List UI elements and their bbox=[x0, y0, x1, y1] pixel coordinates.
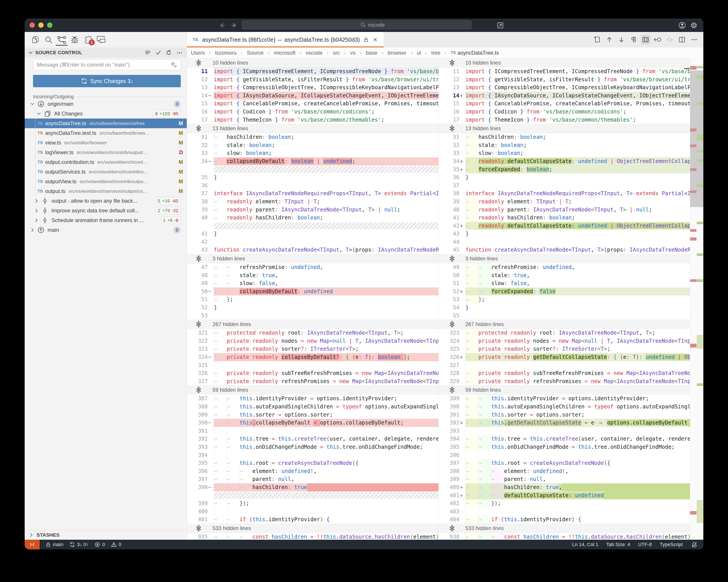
code-line-40[interactable]: 40→ readonly·parent:·IAsyncDataTreeNode<… bbox=[439, 206, 690, 214]
code-line-17[interactable]: 17import·{·ThemeIcon·}·from·'vs/base/com… bbox=[187, 116, 438, 124]
code-line-394[interactable]: 394→ → this.tree·=·this.createTree(user,… bbox=[439, 435, 690, 443]
sparkle-icon[interactable] bbox=[169, 60, 178, 69]
code-line-42[interactable]: 42+→ readonly·defaultCollapseState:·unde… bbox=[439, 222, 690, 230]
statusbar-item[interactable]: 3↓ 0↑ bbox=[69, 541, 89, 548]
code-line-34[interactable]: 34+→ readonly·defaultCollapseState:·unde… bbox=[439, 157, 690, 166]
code-line-38[interactable]: 38→ readonly·element:·TInput·|·T; bbox=[187, 198, 438, 206]
code-line-32[interactable]: 32→ stale:·boolean; bbox=[187, 141, 438, 149]
code-line-42[interactable]: 42 bbox=[187, 238, 438, 246]
commit-row[interactable]: improve async data tree default coll...2… bbox=[25, 206, 187, 216]
code-line-15[interactable]: 15import·{·CancelablePromise,·createCanc… bbox=[439, 100, 690, 108]
unfold-icon[interactable] bbox=[195, 386, 202, 394]
code-line-31[interactable]: 31→ hasChildren:·boolean; bbox=[187, 133, 438, 141]
code-line-14[interactable]: 14+import·{·IAsyncDataSource,·ICollapseS… bbox=[439, 92, 690, 100]
code-line-36[interactable]: 36 bbox=[187, 181, 438, 190]
breadcrumb-item[interactable]: microsoft bbox=[274, 50, 295, 56]
code-line-39[interactable]: 39→ readonly·parent:·IAsyncDataTreeNode<… bbox=[187, 206, 438, 214]
code-line-11[interactable]: 11import·{·ICompressedTreeElement,·IComp… bbox=[439, 68, 690, 76]
hidden-lines-separator[interactable]: 10 hidden lines bbox=[187, 58, 438, 68]
commit-row[interactable]: output - allow to open any file back...5… bbox=[25, 196, 187, 206]
code-line-397[interactable]: 397→ → → parent:·null, bbox=[187, 475, 438, 483]
code-line-14[interactable]: 14−import·{·IAsyncDataSource,·ICollapseS… bbox=[187, 92, 438, 100]
code-line-404[interactable]: 404→ → if·(this.identityProvider)·{ bbox=[439, 515, 690, 524]
file-row-logViewer.ts[interactable]: TSlogViewer.tssrc/vs/workbench/contrib/o… bbox=[25, 148, 187, 157]
view-as-list-icon[interactable] bbox=[145, 49, 151, 56]
code-line-48[interactable]: 48→ → stale:·true, bbox=[187, 271, 438, 280]
code-line-322[interactable]: 322→ private·readonly·nodes·=·new·Map<nu… bbox=[187, 337, 438, 345]
code-line-399[interactable]: 399→ → → parent:·null, bbox=[439, 475, 690, 483]
code-line-391[interactable]: 391→ → this.sorter·=·options.sorter; bbox=[439, 411, 690, 419]
hidden-lines-separator[interactable]: 3 hidden lines bbox=[187, 254, 438, 263]
code-line-31[interactable]: 31→ hasChildren:·boolean; bbox=[439, 133, 690, 141]
account-icon[interactable] bbox=[678, 19, 686, 32]
code-line-397[interactable]: 397→ → this.root·=·createAsyncDataTreeNo… bbox=[439, 459, 690, 467]
diff-modified-pane[interactable]: 10 hidden lines11import·{·ICompressedTre… bbox=[439, 58, 690, 540]
hidden-lines-separator[interactable]: 59 hidden lines bbox=[187, 385, 438, 395]
unfold-icon[interactable] bbox=[195, 125, 202, 132]
code-line-323[interactable]: 323→ private·readonly·sorter?:·ITreeSort… bbox=[187, 345, 438, 353]
stashes-section[interactable]: STASHES bbox=[25, 530, 187, 540]
code-line-395[interactable]: 395→ → this.root·=·createAsyncDataTreeNo… bbox=[187, 459, 438, 467]
split-editor-icon[interactable] bbox=[677, 35, 687, 45]
tree-group-all-changes[interactable]: All Changes8+103-95 bbox=[25, 109, 187, 119]
more-actions-icon[interactable] bbox=[176, 49, 183, 56]
more-actions-icon[interactable] bbox=[689, 35, 699, 45]
hidden-lines-separator[interactable]: 10 hidden lines bbox=[439, 58, 690, 68]
statusbar-item[interactable]: TypeScript bbox=[660, 542, 683, 548]
hidden-lines-separator[interactable]: 533 hidden lines bbox=[439, 524, 690, 533]
commit-message-input[interactable]: Message (⌘Enter to commit on "main") bbox=[33, 59, 181, 70]
code-line-326[interactable]: 326→ private·readonly·subTreeRefreshProm… bbox=[187, 369, 438, 377]
breadcrumb-item[interactable]: vscode bbox=[306, 50, 322, 56]
code-line-35[interactable]: 35} bbox=[187, 173, 438, 181]
breadcrumb-item[interactable]: browser bbox=[388, 50, 407, 56]
unfold-icon[interactable] bbox=[448, 321, 456, 328]
code-line-394[interactable]: 394 bbox=[187, 451, 438, 459]
file-row-outputServices.ts[interactable]: TSoutputServices.tssrc/vs/workbench/cont… bbox=[25, 167, 187, 177]
statusbar-item[interactable]: 0 bbox=[111, 541, 121, 548]
code-line-11[interactable]: 11import·{·ICompressedTreeElement,·IComp… bbox=[187, 68, 438, 76]
code-line-45[interactable]: 45function·createAsyncDataTreeNode<TInpu… bbox=[439, 246, 690, 254]
traffic-zoom-button[interactable] bbox=[47, 23, 52, 28]
code-line-34[interactable]: 34−→ collapsedByDefault:·boolean·|·undef… bbox=[187, 157, 438, 166]
code-line-41[interactable]: 41→ readonly·hasChildren:·boolean; bbox=[439, 214, 690, 222]
activity-item-source-control[interactable] bbox=[55, 33, 68, 47]
unfold-icon[interactable] bbox=[195, 255, 202, 262]
hidden-lines-separator[interactable]: 13 hidden lines bbox=[187, 124, 438, 133]
code-line-36[interactable]: 36} bbox=[439, 173, 690, 181]
diff-original-pane[interactable]: 10 hidden lines11import·{·ICompressedTre… bbox=[187, 58, 439, 540]
code-line-399[interactable]: 399→ → }); bbox=[187, 499, 438, 508]
nav-back-icon[interactable] bbox=[217, 19, 226, 32]
code-line-52[interactable]: 52+→ → forceExpanded:·false bbox=[439, 287, 690, 296]
code-line-935[interactable]: 935→ → → const·hasChildren·=·!!this.data… bbox=[187, 533, 438, 540]
hidden-lines-separator[interactable]: 533 hidden lines bbox=[187, 524, 438, 533]
collapse-unchanged-icon[interactable] bbox=[641, 35, 650, 45]
sync-changes-button[interactable]: Sync Changes 3↓ bbox=[33, 75, 181, 87]
code-line-49[interactable]: 49→ → slow:·false, bbox=[187, 279, 438, 287]
code-line-43[interactable]: 43function·createAsyncDataTreeNode<TInpu… bbox=[187, 246, 438, 254]
code-line-12[interactable]: 12import·{·getVisibleState,·isFilterResu… bbox=[187, 76, 438, 84]
unfold-icon[interactable] bbox=[448, 386, 456, 394]
file-row-view.ts[interactable]: TSview.tssrc/vs/editor/browserM bbox=[25, 138, 187, 148]
code-line-51[interactable]: 51→ }; bbox=[187, 296, 438, 304]
code-line-52[interactable]: 52} bbox=[187, 304, 438, 312]
code-line-392[interactable]: 392→ → this.tree·=·this.createTree(user,… bbox=[187, 435, 438, 443]
whitespace-icon[interactable] bbox=[629, 35, 639, 45]
breadcrumb-item[interactable]: Users bbox=[191, 50, 205, 56]
code-line-37[interactable]: 37interface·IAsyncDataTreeNodeRequiredPr… bbox=[187, 189, 438, 198]
code-line-389[interactable]: 389→ → this.identityProvider·=·options.i… bbox=[439, 395, 690, 403]
code-line-16[interactable]: 16import·{·Codicon·}·from·'vs/base/commo… bbox=[187, 108, 438, 116]
unfold-icon[interactable] bbox=[448, 125, 456, 132]
code-line-329[interactable]: 329→ private·readonly·refreshPromises·=·… bbox=[439, 377, 690, 385]
open-changes-icon[interactable] bbox=[592, 35, 602, 45]
breadcrumb-item[interactable]: ui bbox=[417, 50, 421, 56]
code-line-16[interactable]: 16import·{·Codicon·}·from·'vs/base/commo… bbox=[439, 108, 690, 116]
statusbar-item[interactable]: Ln 14, Col 1 bbox=[572, 542, 598, 548]
code-line-51[interactable]: 51→ → slow:·false, bbox=[439, 279, 690, 287]
hidden-lines-separator[interactable]: 267 hidden lines bbox=[439, 320, 690, 329]
activity-item-chat[interactable] bbox=[94, 33, 107, 47]
code-line-43[interactable]: 43} bbox=[439, 230, 690, 238]
breadcrumb-item[interactable]: vs bbox=[350, 50, 356, 56]
code-line-327[interactable]: 327 bbox=[439, 361, 690, 370]
code-line-401[interactable]: 401+→ → → defaultCollapseState:·undefine… bbox=[439, 491, 690, 500]
tab-diff-asyncdatatree[interactable]: TS asyncDataTree.ts (86f1cc0e) ⇔ asyncDa… bbox=[187, 32, 384, 47]
